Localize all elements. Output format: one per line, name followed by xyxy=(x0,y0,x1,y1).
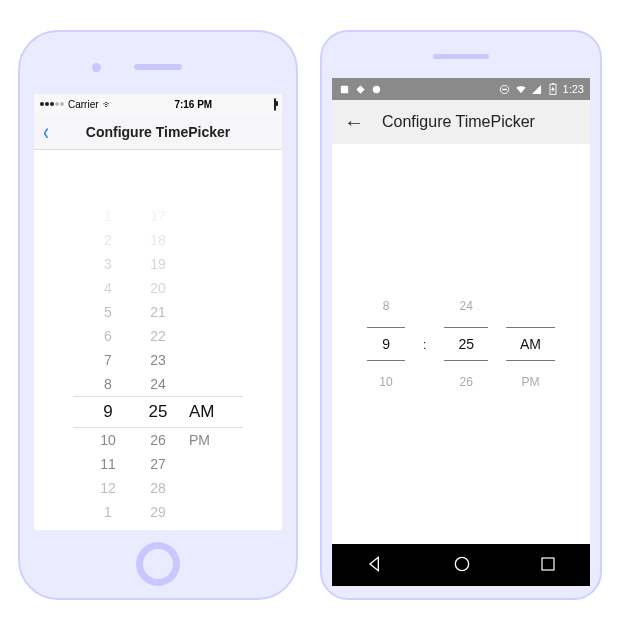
android-time-picker[interactable]: 8 9 10 : 24 25 26 AM PM xyxy=(367,299,555,389)
picker-selected-row[interactable]: 9 25 AM xyxy=(73,396,243,428)
iphone-device-frame: Carrier ᯤ 7:16 PM ‹ Configure TimePicker… xyxy=(18,30,298,600)
ios-nav-bar: ‹ Configure TimePicker xyxy=(34,114,282,150)
android-status-bar: 1:23 xyxy=(332,78,590,100)
ampm-column[interactable]: AM PM xyxy=(506,299,555,389)
battery-icon xyxy=(547,83,559,95)
phone-speaker xyxy=(433,54,489,59)
hour-column[interactable]: 8 9 10 xyxy=(367,299,405,389)
battery-icon xyxy=(274,98,276,111)
phone-speaker xyxy=(134,64,182,70)
back-arrow-icon[interactable]: ← xyxy=(344,111,364,134)
nav-recent-icon[interactable] xyxy=(539,555,557,576)
carrier-label: Carrier xyxy=(68,99,99,110)
svg-rect-3 xyxy=(502,88,507,89)
minute-selected: 25 xyxy=(133,402,183,422)
notif-icon xyxy=(354,83,366,95)
svg-rect-0 xyxy=(340,85,347,92)
svg-point-1 xyxy=(372,85,379,92)
ampm-selected: AM xyxy=(183,402,233,422)
wifi-icon: ᯤ xyxy=(103,99,113,110)
home-button[interactable] xyxy=(136,542,180,586)
status-time: 7:16 PM xyxy=(174,99,212,110)
status-time: 1:23 xyxy=(563,83,584,95)
page-title: Configure TimePicker xyxy=(382,113,535,131)
svg-rect-5 xyxy=(551,83,553,84)
android-screen: 1:23 ← Configure TimePicker 8 9 10 : xyxy=(332,78,590,586)
do-not-disturb-icon xyxy=(499,83,511,95)
ios-status-bar: Carrier ᯤ 7:16 PM xyxy=(34,94,282,114)
minute-selected[interactable]: 25 xyxy=(444,327,488,361)
nav-back-icon[interactable] xyxy=(365,554,385,577)
notif-icon xyxy=(370,83,382,95)
android-content: 8 9 10 : 24 25 26 AM PM xyxy=(332,144,590,544)
ios-time-picker[interactable]: 117 218 319 420 521 622 723 824 9 25 AM … xyxy=(73,204,243,530)
svg-point-6 xyxy=(455,557,468,570)
nav-home-icon[interactable] xyxy=(452,554,472,577)
ampm-selected[interactable]: AM xyxy=(506,327,555,361)
time-colon: : xyxy=(423,338,426,352)
android-app-bar: ← Configure TimePicker xyxy=(332,100,590,144)
hour-selected[interactable]: 9 xyxy=(367,327,405,361)
cell-icon xyxy=(531,83,543,95)
ios-screen: Carrier ᯤ 7:16 PM ‹ Configure TimePicker… xyxy=(34,94,282,530)
android-device-frame: 1:23 ← Configure TimePicker 8 9 10 : xyxy=(320,30,602,600)
wifi-icon xyxy=(515,83,527,95)
back-chevron-icon[interactable]: ‹ xyxy=(38,118,55,146)
hour-selected: 9 xyxy=(83,402,133,422)
notif-icon xyxy=(338,83,350,95)
svg-rect-7 xyxy=(542,558,554,570)
signal-icon xyxy=(40,102,64,106)
android-nav-bar xyxy=(332,544,590,586)
ios-content: 117 218 319 420 521 622 723 824 9 25 AM … xyxy=(34,150,282,530)
phone-camera xyxy=(92,63,101,72)
minute-column[interactable]: 24 25 26 xyxy=(444,299,488,389)
page-title: Configure TimePicker xyxy=(34,124,282,140)
